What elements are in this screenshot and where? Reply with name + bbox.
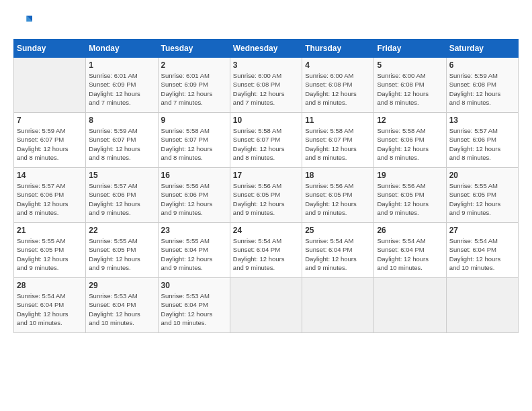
calendar-cell: 17Sunrise: 5:56 AMSunset: 6:05 PMDayligh…: [230, 168, 302, 223]
day-info: Sunrise: 5:54 AMSunset: 6:04 PMDaylight:…: [305, 236, 371, 272]
day-number: 17: [233, 171, 299, 180]
day-header-monday: Monday: [86, 40, 158, 58]
calendar-cell: 19Sunrise: 5:56 AMSunset: 6:05 PMDayligh…: [374, 168, 446, 223]
calendar-cell: 22Sunrise: 5:55 AMSunset: 6:05 PMDayligh…: [86, 223, 158, 278]
calendar-cell: 18Sunrise: 5:56 AMSunset: 6:05 PMDayligh…: [302, 168, 374, 223]
day-info: Sunrise: 5:54 AMSunset: 6:04 PMDaylight:…: [233, 236, 299, 272]
day-info: Sunrise: 5:56 AMSunset: 6:05 PMDaylight:…: [377, 181, 443, 217]
calendar-cell: 12Sunrise: 5:58 AMSunset: 6:06 PMDayligh…: [374, 113, 446, 168]
day-number: 14: [17, 171, 83, 180]
day-info: Sunrise: 5:54 AMSunset: 6:04 PMDaylight:…: [449, 236, 515, 272]
day-info: Sunrise: 5:58 AMSunset: 6:07 PMDaylight:…: [233, 126, 299, 162]
calendar-cell: 20Sunrise: 5:55 AMSunset: 6:05 PMDayligh…: [446, 168, 518, 223]
calendar-cell: 9Sunrise: 5:58 AMSunset: 6:07 PMDaylight…: [158, 113, 230, 168]
day-number: 1: [89, 60, 154, 70]
day-info: Sunrise: 6:00 AMSunset: 6:08 PMDaylight:…: [233, 71, 299, 107]
day-number: 6: [449, 60, 515, 70]
day-info: Sunrise: 5:57 AMSunset: 6:06 PMDaylight:…: [17, 181, 83, 217]
day-number: 18: [305, 171, 371, 180]
calendar-cell: 6Sunrise: 5:59 AMSunset: 6:08 PMDaylight…: [446, 58, 518, 113]
day-number: 5: [377, 60, 443, 70]
day-number: 23: [161, 226, 227, 235]
day-info: Sunrise: 5:55 AMSunset: 6:05 PMDaylight:…: [17, 236, 83, 272]
calendar-cell: 25Sunrise: 5:54 AMSunset: 6:04 PMDayligh…: [302, 223, 374, 278]
day-number: 8: [89, 116, 154, 125]
calendar-cell: 7Sunrise: 5:59 AMSunset: 6:07 PMDaylight…: [14, 113, 86, 168]
calendar-cell: [302, 278, 374, 333]
day-number: 2: [161, 60, 227, 70]
day-number: 15: [89, 171, 154, 180]
calendar-cell: 23Sunrise: 5:55 AMSunset: 6:04 PMDayligh…: [158, 223, 230, 278]
day-number: 27: [449, 226, 515, 235]
day-number: 26: [377, 226, 443, 235]
calendar-cell: 16Sunrise: 5:56 AMSunset: 6:06 PMDayligh…: [158, 168, 230, 223]
calendar-cell: 13Sunrise: 5:57 AMSunset: 6:06 PMDayligh…: [446, 113, 518, 168]
day-number: 16: [161, 171, 227, 180]
logo-icon: [13, 13, 32, 32]
calendar-cell: 26Sunrise: 5:54 AMSunset: 6:04 PMDayligh…: [374, 223, 446, 278]
day-info: Sunrise: 5:56 AMSunset: 6:05 PMDaylight:…: [305, 181, 371, 217]
day-info: Sunrise: 5:59 AMSunset: 6:07 PMDaylight:…: [89, 126, 154, 162]
day-info: Sunrise: 5:55 AMSunset: 6:05 PMDaylight:…: [89, 236, 154, 272]
calendar-cell: [446, 278, 518, 333]
day-info: Sunrise: 5:53 AMSunset: 6:04 PMDaylight:…: [89, 291, 154, 327]
calendar-cell: 30Sunrise: 5:53 AMSunset: 6:04 PMDayligh…: [158, 278, 230, 333]
calendar-cell: 8Sunrise: 5:59 AMSunset: 6:07 PMDaylight…: [86, 113, 158, 168]
calendar-cell: 10Sunrise: 5:58 AMSunset: 6:07 PMDayligh…: [230, 113, 302, 168]
day-info: Sunrise: 5:59 AMSunset: 6:08 PMDaylight:…: [449, 71, 515, 107]
day-info: Sunrise: 6:00 AMSunset: 6:08 PMDaylight:…: [377, 71, 443, 107]
day-number: 9: [161, 116, 227, 125]
calendar-cell: 24Sunrise: 5:54 AMSunset: 6:04 PMDayligh…: [230, 223, 302, 278]
day-number: 12: [377, 116, 443, 125]
day-header-thursday: Thursday: [302, 40, 374, 58]
day-info: Sunrise: 5:55 AMSunset: 6:05 PMDaylight:…: [449, 181, 515, 217]
day-header-friday: Friday: [374, 40, 446, 58]
day-number: 21: [17, 226, 83, 235]
day-number: 28: [17, 281, 83, 290]
day-info: Sunrise: 5:56 AMSunset: 6:05 PMDaylight:…: [233, 181, 299, 217]
day-number: 4: [305, 60, 371, 70]
logo: [13, 13, 35, 32]
calendar-cell: 2Sunrise: 6:01 AMSunset: 6:09 PMDaylight…: [158, 58, 230, 113]
day-header-sunday: Sunday: [14, 40, 86, 58]
day-info: Sunrise: 5:57 AMSunset: 6:06 PMDaylight:…: [89, 181, 154, 217]
header: [13, 13, 519, 32]
day-info: Sunrise: 5:58 AMSunset: 6:07 PMDaylight:…: [161, 126, 227, 162]
calendar-cell: 5Sunrise: 6:00 AMSunset: 6:08 PMDaylight…: [374, 58, 446, 113]
day-info: Sunrise: 5:57 AMSunset: 6:06 PMDaylight:…: [449, 126, 515, 162]
day-info: Sunrise: 6:01 AMSunset: 6:09 PMDaylight:…: [89, 71, 154, 107]
calendar-cell: 29Sunrise: 5:53 AMSunset: 6:04 PMDayligh…: [86, 278, 158, 333]
calendar-cell: 11Sunrise: 5:58 AMSunset: 6:07 PMDayligh…: [302, 113, 374, 168]
calendar-cell: 14Sunrise: 5:57 AMSunset: 6:06 PMDayligh…: [14, 168, 86, 223]
calendar-cell: 28Sunrise: 5:54 AMSunset: 6:04 PMDayligh…: [14, 278, 86, 333]
day-info: Sunrise: 5:55 AMSunset: 6:04 PMDaylight:…: [161, 236, 227, 272]
day-header-wednesday: Wednesday: [230, 40, 302, 58]
day-info: Sunrise: 5:58 AMSunset: 6:06 PMDaylight:…: [377, 126, 443, 162]
calendar-cell: [374, 278, 446, 333]
day-number: 3: [233, 60, 299, 70]
day-info: Sunrise: 5:56 AMSunset: 6:06 PMDaylight:…: [161, 181, 227, 217]
day-info: Sunrise: 5:54 AMSunset: 6:04 PMDaylight:…: [17, 291, 83, 327]
day-number: 20: [449, 171, 515, 180]
day-number: 29: [89, 281, 154, 290]
day-number: 13: [449, 116, 515, 125]
calendar-cell: [230, 278, 302, 333]
calendar-cell: [14, 58, 86, 113]
day-info: Sunrise: 5:59 AMSunset: 6:07 PMDaylight:…: [17, 126, 83, 162]
day-number: 11: [305, 116, 371, 125]
calendar-cell: 21Sunrise: 5:55 AMSunset: 6:05 PMDayligh…: [14, 223, 86, 278]
day-info: Sunrise: 6:01 AMSunset: 6:09 PMDaylight:…: [161, 71, 227, 107]
day-info: Sunrise: 5:54 AMSunset: 6:04 PMDaylight:…: [377, 236, 443, 272]
calendar-cell: 27Sunrise: 5:54 AMSunset: 6:04 PMDayligh…: [446, 223, 518, 278]
day-info: Sunrise: 5:58 AMSunset: 6:07 PMDaylight:…: [305, 126, 371, 162]
day-number: 19: [377, 171, 443, 180]
day-info: Sunrise: 5:53 AMSunset: 6:04 PMDaylight:…: [161, 291, 227, 327]
calendar-table: SundayMondayTuesdayWednesdayThursdayFrid…: [13, 39, 519, 333]
day-header-saturday: Saturday: [446, 40, 518, 58]
day-number: 10: [233, 116, 299, 125]
day-number: 24: [233, 226, 299, 235]
day-number: 30: [161, 281, 227, 290]
day-number: 25: [305, 226, 371, 235]
day-header-tuesday: Tuesday: [158, 40, 230, 58]
calendar-cell: 4Sunrise: 6:00 AMSunset: 6:08 PMDaylight…: [302, 58, 374, 113]
